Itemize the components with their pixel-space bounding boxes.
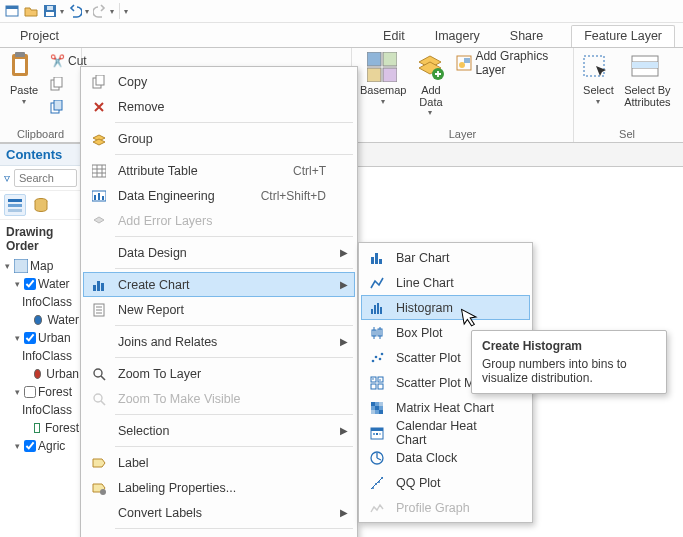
tab-project[interactable]: Project [8,26,71,47]
layer-visibility-checkbox[interactable] [24,332,36,344]
menu-new-report[interactable]: New Report [83,297,355,322]
menu-data-design[interactable]: Data Design ▶ [83,240,355,265]
layer-label: Forest [38,385,72,399]
paste-button[interactable]: Paste ▾ [6,50,42,106]
collapse-icon[interactable]: ▾ [12,279,22,289]
svg-rect-81 [371,406,375,410]
svg-rect-14 [367,68,381,82]
paste-icon [8,52,40,84]
filter-icon[interactable]: ▿ [4,171,10,185]
redo-dropdown-icon[interactable]: ▾ [110,7,114,16]
tab-feature-layer[interactable]: Feature Layer [571,25,675,47]
menu-joins-relates[interactable]: Joins and Relates ▶ [83,329,355,354]
menu-label[interactable]: Label [83,450,355,475]
layer-visibility-checkbox[interactable] [24,440,36,452]
tab-imagery[interactable]: Imagery [423,26,492,47]
data-source-view-icon[interactable] [30,194,52,216]
save-dropdown-icon[interactable]: ▾ [60,7,64,16]
menu-attribute-table[interactable]: Attribute Table Ctrl+T [83,158,355,183]
menu-symbology[interactable]: Symbology [83,532,355,537]
layer-visibility-checkbox[interactable] [24,278,36,290]
symbol-forest: Forest [2,419,79,437]
submenu-histogram[interactable]: Histogram [361,295,530,320]
add-data-dropdown-icon: ▾ [428,109,432,117]
layer-water[interactable]: ▾ Water [2,275,79,293]
symbol-water: Water [2,311,79,329]
collapse-icon[interactable]: ▾ [2,261,12,271]
add-graphics-layer-button[interactable]: Add Graphics Layer [453,52,567,74]
menu-separator [115,268,353,269]
collapse-icon[interactable]: ▾ [12,333,22,343]
layer-class: InfoClass [2,347,79,365]
zoom-icon [90,390,108,408]
svg-rect-63 [380,307,382,314]
menu-convert-labels[interactable]: Convert Labels ▶ [83,500,355,525]
svg-rect-24 [632,62,658,68]
line-chart-icon [368,274,386,292]
svg-rect-4 [47,6,53,10]
add-graphics-layer-label: Add Graphics Layer [475,49,564,77]
search-input[interactable] [14,169,77,187]
svg-rect-32 [96,75,104,85]
menu-remove[interactable]: Remove [83,94,355,119]
chart-icon [90,276,108,294]
menu-copy[interactable]: Copy [83,69,355,94]
menu-data-engineering[interactable]: Data Engineering Ctrl+Shift+D [83,183,355,208]
customize-qat-icon[interactable]: ▾ [124,7,128,16]
submenu-bar-chart[interactable]: Bar Chart [361,245,530,270]
select-dropdown-icon: ▾ [596,98,600,106]
svg-rect-79 [375,402,379,406]
svg-rect-9 [54,77,62,87]
collapse-icon[interactable]: ▾ [12,387,22,397]
contents-title: Contents [6,147,62,162]
map-node-label: Map [30,259,53,273]
new-project-icon[interactable] [4,3,20,19]
label-icon [90,454,108,472]
map-node[interactable]: ▾ Map [2,257,79,275]
submenu-profile-graph: Profile Graph [361,495,530,520]
basemap-button[interactable]: Basemap ▾ [358,50,408,106]
open-project-icon[interactable] [23,3,39,19]
tab-edit[interactable]: Edit [371,26,417,47]
svg-rect-6 [15,52,25,57]
menu-labeling-properties[interactable]: Labeling Properties... [83,475,355,500]
layer-tree: ▾ Map ▾ Water InfoClass Water ▾ Urban In… [0,255,81,455]
select-by-attributes-button[interactable]: Select By Attributes [621,50,674,108]
layer-visibility-checkbox[interactable] [24,386,36,398]
submenu-data-clock[interactable]: Data Clock [361,445,530,470]
layer-forest[interactable]: ▾ Forest [2,383,79,401]
drawing-order-view-icon[interactable] [4,194,26,216]
menu-separator [115,122,353,123]
undo-dropdown-icon[interactable]: ▾ [85,7,89,16]
menu-separator [115,236,353,237]
undo-icon[interactable] [67,3,83,19]
layer-urban[interactable]: ▾ Urban [2,329,79,347]
menu-zoom-to-layer[interactable]: Zoom To Layer [83,361,355,386]
menu-selection[interactable]: Selection ▶ [83,418,355,443]
layer-agric[interactable]: ▾ Agric [2,437,79,455]
svg-rect-7 [15,59,25,73]
tab-share[interactable]: Share [498,26,555,47]
labeling-properties-icon [90,479,108,497]
redo-icon[interactable] [92,3,108,19]
remove-icon [90,98,108,116]
shortcut: Ctrl+Shift+D [261,189,326,203]
svg-rect-26 [8,199,22,202]
select-button[interactable]: Select ▾ [580,50,617,106]
submenu-matrix-heat[interactable]: Matrix Heat Chart [361,395,530,420]
svg-rect-85 [375,410,379,414]
save-icon[interactable] [42,3,58,19]
svg-point-53 [100,489,106,495]
svg-rect-57 [371,257,374,264]
submenu-qq-plot[interactable]: QQ Plot [361,470,530,495]
menu-create-chart[interactable]: Create Chart ▶ [83,272,355,297]
add-data-button[interactable]: Add Data ▾ [412,50,449,117]
menu-group[interactable]: Group [83,126,355,151]
submenu-calendar-heat[interactable]: Calendar Heat Chart [361,420,530,445]
svg-rect-83 [379,406,383,410]
svg-line-50 [101,376,105,380]
histogram-icon [368,299,386,317]
collapse-icon[interactable]: ▾ [12,441,22,451]
tooltip-body: Group numbers into bins to visualize dis… [482,357,656,385]
submenu-line-chart[interactable]: Line Chart [361,270,530,295]
